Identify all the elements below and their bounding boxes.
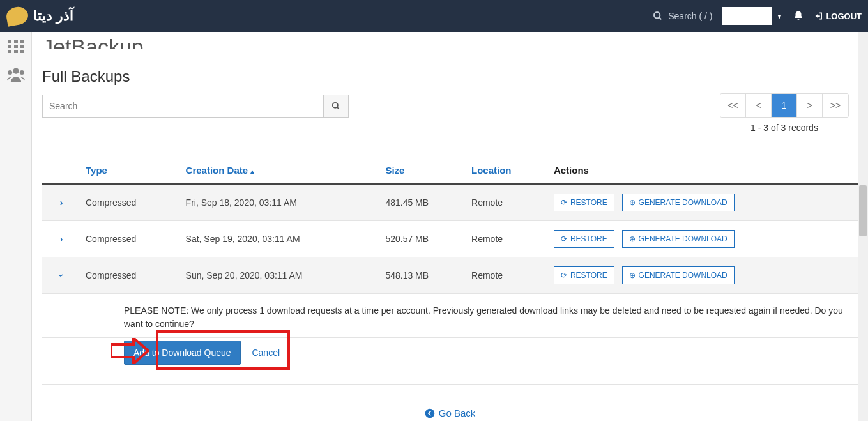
table-row: › Compressed Fri, Sep 18, 2020, 03:11 AM… — [42, 184, 858, 221]
refresh-icon: ⟳ — [561, 198, 567, 207]
chevron-down-icon[interactable]: ▼ — [776, 13, 782, 20]
svg-point-12 — [8, 70, 12, 75]
pager-info: 1 - 3 of 3 records — [720, 123, 849, 133]
svg-rect-8 — [8, 50, 11, 53]
col-type[interactable]: Type — [86, 165, 107, 176]
restore-button[interactable]: ⟳RESTORE — [554, 194, 614, 211]
col-size[interactable]: Size — [385, 165, 404, 176]
logo-text: آذر دیتا — [33, 8, 73, 24]
svg-point-13 — [19, 70, 24, 75]
svg-line-1 — [659, 17, 661, 19]
svg-point-11 — [13, 68, 19, 74]
main-content: JetBackup Full Backups << < 1 > >> 1 - 3… — [32, 32, 868, 421]
svg-rect-10 — [20, 50, 24, 53]
topbar: آذر دیتا Search ( / ) ▼ LOGOUT — [0, 0, 868, 32]
search-icon — [653, 11, 663, 21]
bell-icon[interactable] — [793, 10, 804, 22]
refresh-icon: ⟳ — [561, 271, 567, 280]
chevron-down-icon[interactable]: › — [56, 274, 66, 277]
confirm-note: PLEASE NOTE: We only process 1 download … — [42, 294, 858, 338]
logout-button[interactable]: LOGOUT — [814, 11, 862, 21]
search-button[interactable] — [323, 95, 349, 118]
generate-download-button[interactable]: ⊕GENERATE DOWNLOAD — [622, 230, 735, 248]
svg-point-0 — [654, 12, 660, 18]
svg-rect-3 — [14, 40, 18, 43]
svg-rect-4 — [20, 40, 24, 43]
download-icon: ⊕ — [629, 234, 636, 243]
page-prev[interactable]: < — [746, 94, 772, 117]
cancel-link[interactable]: Cancel — [252, 348, 280, 358]
search-icon — [331, 102, 340, 111]
download-icon: ⊕ — [629, 198, 636, 207]
svg-point-17 — [425, 408, 434, 418]
user-select[interactable] — [722, 7, 772, 25]
restore-button[interactable]: ⟳RESTORE — [554, 266, 614, 284]
refresh-icon: ⟳ — [561, 234, 567, 243]
logo[interactable]: آذر دیتا — [6, 7, 73, 25]
svg-line-15 — [337, 107, 339, 109]
topbar-search[interactable]: Search ( / ) — [653, 11, 712, 21]
restore-button[interactable]: ⟳RESTORE — [554, 230, 614, 248]
logout-icon — [814, 11, 823, 20]
grid-icon[interactable] — [6, 38, 26, 55]
page-last[interactable]: >> — [823, 94, 848, 117]
go-back-link[interactable]: Go Back — [425, 408, 476, 418]
svg-rect-6 — [14, 45, 18, 48]
sidebar — [0, 32, 32, 421]
col-actions: Actions — [549, 157, 858, 184]
scrollbar[interactable] — [858, 32, 868, 421]
download-icon: ⊕ — [629, 271, 636, 280]
table-row: › Compressed Sun, Sep 20, 2020, 03:11 AM… — [42, 257, 858, 294]
chevron-right-icon[interactable]: › — [60, 234, 63, 244]
svg-point-14 — [333, 103, 338, 108]
col-location[interactable]: Location — [471, 165, 512, 176]
page-next[interactable]: > — [797, 94, 823, 117]
confirm-action-row: Add to Download Queue Cancel — [42, 338, 858, 385]
section-title: Full Backups — [32, 49, 868, 95]
pagination: << < 1 > >> — [720, 93, 849, 118]
table-row: › Compressed Sat, Sep 19, 2020, 03:11 AM… — [42, 221, 858, 257]
page-current[interactable]: 1 — [772, 94, 797, 117]
search-label: Search ( / ) — [668, 11, 712, 21]
users-icon[interactable] — [6, 66, 26, 83]
confirm-note-row: PLEASE NOTE: We only process 1 download … — [42, 294, 858, 338]
svg-rect-7 — [20, 45, 24, 48]
app-title: JetBackup — [32, 32, 868, 49]
generate-download-button[interactable]: ⊕GENERATE DOWNLOAD — [622, 194, 735, 211]
svg-rect-2 — [8, 40, 11, 43]
logo-icon — [5, 5, 29, 26]
chevron-right-icon[interactable]: › — [60, 197, 63, 208]
generate-download-button[interactable]: ⊕GENERATE DOWNLOAD — [622, 266, 735, 284]
svg-rect-5 — [8, 45, 11, 48]
col-creation-date[interactable]: Creation Date▲ — [186, 165, 255, 176]
page-first[interactable]: << — [720, 94, 746, 117]
scroll-thumb[interactable] — [859, 185, 867, 236]
backups-table: Type Creation Date▲ Size Location Action… — [42, 157, 858, 385]
svg-rect-9 — [14, 50, 18, 53]
search-input[interactable] — [42, 95, 323, 118]
add-to-download-queue-button[interactable]: Add to Download Queue — [124, 341, 241, 365]
arrow-left-circle-icon — [425, 408, 435, 418]
sort-asc-icon: ▲ — [249, 168, 255, 175]
